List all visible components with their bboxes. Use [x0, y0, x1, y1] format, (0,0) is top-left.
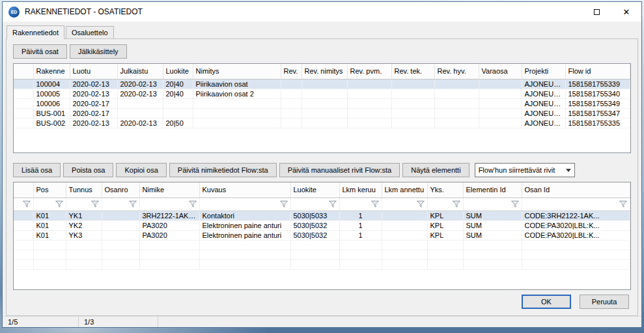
column-header[interactable]: Flow id — [565, 64, 630, 79]
cell[interactable] — [102, 220, 139, 230]
cell[interactable]: 2020-02-17 — [70, 108, 117, 118]
cell[interactable] — [347, 79, 391, 89]
cell[interactable] — [301, 118, 347, 128]
column-header[interactable]: Lkm annettu — [382, 182, 427, 197]
cell[interactable]: 1 — [339, 210, 382, 220]
cell[interactable] — [391, 118, 434, 128]
cell[interactable] — [301, 89, 347, 98]
cell[interactable] — [281, 108, 301, 118]
filter-funnel-icon[interactable] — [453, 201, 460, 208]
cell[interactable]: YK2 — [66, 220, 102, 230]
table-row[interactable]: K01YK3PA3020Elektroninen paine anturi503… — [14, 230, 630, 240]
cell[interactable] — [347, 108, 391, 118]
cell[interactable]: PA3020 — [139, 230, 199, 240]
cell[interactable] — [301, 98, 347, 108]
cell[interactable]: 3RH2122-1AK60 — [139, 210, 199, 220]
cell[interactable] — [193, 98, 281, 108]
cell[interactable] — [347, 89, 391, 98]
cell[interactable]: Kontaktori — [199, 210, 290, 220]
table-row[interactable]: BUS-0012020-02-17AJONEUVO1581581755347 — [14, 108, 630, 118]
filter-funnel-icon[interactable] — [189, 201, 197, 208]
paivita-nimiketiedot-button[interactable]: Päivitä nimiketiedot Flow:sta — [169, 163, 277, 177]
cell[interactable] — [391, 79, 434, 89]
cell[interactable] — [479, 118, 522, 128]
cell[interactable]: SUM — [463, 210, 522, 220]
cell[interactable]: K01 — [33, 230, 66, 240]
filter-funnel-icon[interactable] — [23, 201, 31, 208]
table-row[interactable]: 1000052020-02-132020-02-1320|40Piirikaav… — [14, 89, 630, 98]
cell[interactable]: 2020-02-13 — [117, 89, 163, 98]
table-row[interactable]: 1000042020-02-132020-02-1320|40Piirikaav… — [14, 79, 630, 89]
cell[interactable]: AJONEUVO — [522, 118, 565, 128]
cell[interactable] — [281, 118, 301, 128]
cell[interactable] — [382, 230, 427, 240]
cell[interactable]: 100005 — [33, 89, 70, 98]
cell[interactable] — [479, 98, 522, 108]
cell[interactable]: AJONEUVO — [522, 79, 565, 89]
cell[interactable]: Elektroninen paine anturi — [199, 220, 290, 230]
filter-funnel-icon[interactable] — [619, 201, 627, 208]
column-header[interactable]: Luotu — [70, 64, 117, 79]
cell[interactable] — [163, 98, 193, 108]
filter-cell[interactable] — [102, 197, 139, 210]
cell[interactable] — [434, 118, 479, 128]
maximize-button[interactable] — [581, 2, 611, 22]
column-header[interactable]: Rev. pvm. — [347, 64, 391, 79]
cell[interactable]: 1581581755349 — [565, 98, 630, 108]
cell[interactable]: 1581581755339 — [565, 79, 630, 89]
column-header[interactable]: Nimitys — [193, 64, 281, 79]
cancel-button[interactable]: Peruuta — [580, 295, 629, 309]
table-row[interactable]: K01YK13RH2122-1AK60Kontaktori5030|50331K… — [14, 210, 630, 220]
cell[interactable]: Piirikaavion osat 2 — [193, 89, 281, 98]
cell[interactable]: 2020-02-13 — [70, 79, 117, 89]
cell[interactable] — [434, 79, 479, 89]
cell[interactable]: BUS-002 — [33, 118, 70, 128]
column-header[interactable]: Osan Id — [522, 182, 630, 197]
cell[interactable]: 1581581755340 — [565, 89, 630, 98]
cell[interactable] — [434, 108, 479, 118]
cell[interactable]: 5030|5032 — [290, 230, 339, 240]
cell[interactable]: Elektroninen paine anturi — [199, 230, 290, 240]
filter-funnel-icon[interactable] — [280, 201, 288, 208]
cell[interactable]: 1 — [339, 230, 382, 240]
column-header[interactable]: Projekti — [522, 64, 565, 79]
cell[interactable]: AJONEUVO — [522, 108, 565, 118]
cell[interactable] — [479, 108, 522, 118]
cell[interactable]: CODE:3RH2122-1AK... — [522, 210, 630, 220]
filter-cell[interactable] — [199, 197, 290, 210]
column-header[interactable]: Tunnus — [66, 182, 102, 197]
column-header[interactable]: Luokite — [163, 64, 193, 79]
column-header[interactable]: Luokite — [290, 182, 339, 197]
cell[interactable] — [347, 98, 391, 108]
filter-funnel-icon[interactable] — [371, 201, 379, 208]
cell[interactable]: KPL — [427, 220, 463, 230]
cell[interactable] — [391, 98, 434, 108]
cell[interactable]: 20|40 — [163, 89, 193, 98]
cell[interactable]: 5030|5033 — [290, 210, 339, 220]
cell[interactable] — [117, 108, 163, 118]
cell[interactable]: 20|50 — [163, 118, 193, 128]
cell[interactable]: 2020-02-13 — [70, 89, 117, 98]
filter-cell[interactable] — [66, 197, 102, 210]
cell[interactable] — [301, 108, 347, 118]
column-header[interactable]: Lkm keruu — [339, 182, 382, 197]
titlebar[interactable]: ED RAKENNETIEDOT - OSATIEDOT ✕ — [3, 2, 641, 22]
column-header[interactable]: Pos — [33, 182, 66, 197]
paivita-osat-button[interactable]: Päivitä osat — [13, 44, 67, 59]
filter-cell[interactable] — [427, 197, 463, 210]
filter-funnel-icon[interactable] — [55, 201, 63, 208]
cell[interactable]: PA3020 — [139, 220, 199, 230]
filter-funnel-icon[interactable] — [91, 201, 99, 208]
filter-cell[interactable] — [522, 197, 630, 210]
column-header[interactable]: Julkaistu — [117, 64, 163, 79]
jalkikasittely-button[interactable]: Jälkikäsittely — [70, 44, 127, 59]
paivita-manuaaliset-rivit-button[interactable]: Päivitä manuaaliset rivit Flow:sta — [279, 163, 400, 177]
cell[interactable]: AJONEUVO — [522, 98, 565, 108]
cell[interactable]: 2020-02-13 — [70, 118, 117, 128]
cell[interactable]: 2020-02-13 — [117, 118, 163, 128]
column-header[interactable]: Kuvaus — [199, 182, 290, 197]
cell[interactable]: BUS-001 — [33, 108, 70, 118]
filter-cell[interactable] — [339, 197, 382, 210]
cell[interactable] — [281, 79, 301, 89]
cell[interactable]: KPL — [427, 230, 463, 240]
